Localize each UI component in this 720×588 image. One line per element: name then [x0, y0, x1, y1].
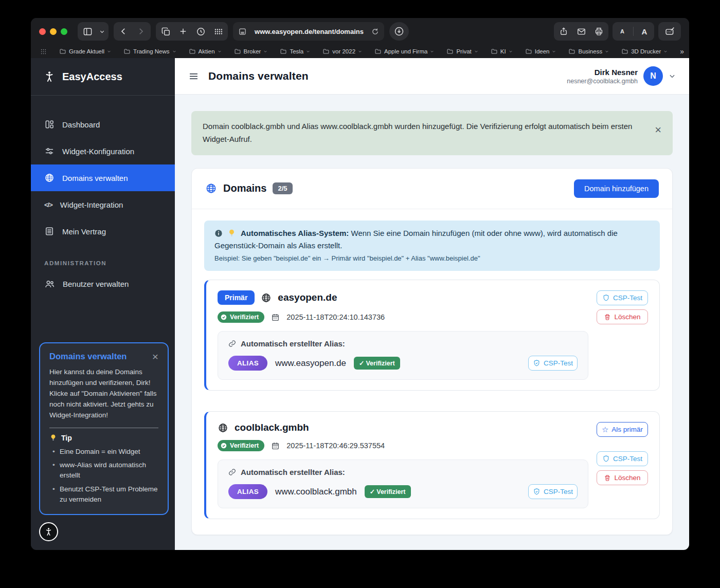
back-button[interactable] [115, 22, 132, 41]
chevron-down-icon [552, 49, 556, 53]
csp-test-button[interactable]: CSP-Test [597, 290, 648, 305]
bookmark-folder-item[interactable]: Aktien [189, 48, 222, 55]
alias-heading: Automatisch erstellter Alias: [241, 339, 345, 348]
bookmark-label: KI [500, 48, 506, 54]
coachmark-body: Hier kannst du deine Domains hinzufügen … [49, 367, 158, 421]
page-body: Domain coolblack.gmbh und Alias www.cool… [175, 95, 689, 550]
add-domain-button[interactable]: Domain hinzufügen [574, 179, 659, 198]
document-icon [44, 226, 55, 236]
browser-toolbar: www.easyopen.de/tenant/domains A [31, 18, 689, 45]
alias-csp-test-button[interactable]: CSP-Test [528, 356, 578, 371]
user-menu[interactable]: Dirk Nesner nesner@coolblack.gmbh N [567, 66, 676, 86]
text-size-decrease-button[interactable]: A [614, 22, 631, 41]
alias-info-heading: Automatisches Alias-System: [241, 229, 349, 237]
users-icon [44, 279, 55, 289]
alias-info-box: Automatisches Alias-System: Wenn Sie ein… [204, 220, 660, 271]
globe-icon [218, 422, 228, 433]
compose-tab-button[interactable] [658, 22, 681, 41]
globe-icon [205, 182, 217, 194]
sliders-icon [44, 146, 55, 156]
sidebar-item-widget-integration[interactable]: </> Widget-Integration [31, 191, 175, 218]
bookmark-folder-item[interactable]: vor 2022 [322, 48, 362, 55]
share-icon[interactable] [555, 22, 572, 41]
sidebar-item-widget-konfiguration[interactable]: Widget-Konfiguration [31, 138, 175, 164]
chevron-down-icon [663, 49, 668, 53]
sidebar-item-benutzer-verwalten[interactable]: Benutzer verwalten [31, 270, 175, 297]
minimize-window-button[interactable] [50, 28, 57, 35]
bookmark-label: Grade Aktuell [69, 48, 104, 54]
folder-icon [374, 48, 382, 55]
bookmark-folder-item[interactable]: Tesla [280, 48, 310, 55]
accessibility-widget-button[interactable] [39, 522, 58, 541]
folder-icon [322, 48, 330, 55]
domains-card: Domains 2/5 Domain hinzufügen [191, 168, 673, 536]
sidebar-item-label: Domains verwalten [62, 174, 128, 182]
verified-label: Verifiziert [230, 442, 259, 449]
bookmark-folder-item[interactable]: Apple und Firma [374, 48, 434, 55]
bookmark-folder-item[interactable]: 3D Drucker [621, 48, 668, 55]
sidebar-item-dashboard[interactable]: Dashboard [31, 111, 175, 138]
print-icon[interactable] [590, 22, 607, 41]
chevron-down-icon [358, 49, 362, 53]
sidebar-item-mein-vertrag[interactable]: Mein Vertrag [31, 218, 175, 245]
chevron-down-icon [509, 49, 513, 53]
bookmark-folder-item[interactable]: KI [491, 48, 513, 55]
calendar-icon [271, 313, 280, 322]
app-sidebar: EasyAccess Dashboard Widget-Konfiguratio… [31, 58, 175, 550]
chevron-down-icon [172, 49, 176, 53]
mail-icon[interactable] [572, 22, 590, 41]
bookmark-label: 3D Drucker [631, 48, 661, 54]
chevron-down-icon [218, 49, 222, 53]
downloads-button[interactable] [389, 22, 409, 41]
folder-icon [189, 48, 196, 55]
close-icon[interactable]: × [655, 124, 661, 136]
alias-csp-test-button[interactable]: CSP-Test [528, 484, 578, 499]
address-bar[interactable]: www.easyopen.de/tenant/domains [233, 22, 384, 41]
check-icon: ✓ [359, 359, 364, 367]
app-grid-icon[interactable] [209, 22, 227, 41]
folder-icon [568, 48, 575, 55]
folder-icon [123, 48, 131, 55]
bookmarks-grid-icon[interactable] [40, 48, 47, 55]
domain-timestamp: 2025-11-18T20:24:10.143736 [286, 313, 385, 321]
calendar-icon [271, 442, 280, 450]
reload-icon[interactable] [371, 28, 379, 35]
history-icon[interactable] [192, 22, 209, 41]
close-icon[interactable]: × [152, 351, 158, 362]
bookmark-folder-item[interactable]: Privat [446, 48, 478, 55]
sidebar-item-domains-verwalten[interactable]: Domains verwalten [31, 164, 175, 191]
bookmark-folder-item[interactable]: Grade Aktuell [59, 48, 111, 55]
bookmark-folder-item[interactable]: Ideen [525, 48, 556, 55]
tab-overview-icon[interactable] [157, 22, 174, 41]
sidebar-menu-chevron-icon[interactable] [96, 22, 107, 41]
make-primary-button[interactable]: ☆ Als primär [597, 422, 648, 437]
delete-domain-button[interactable]: Löschen [597, 470, 648, 485]
text-size-increase-button[interactable]: A [636, 22, 653, 41]
zoom-window-button[interactable] [61, 28, 67, 35]
coachmark-tip: www-Alias wird automatisch erstellt [52, 460, 158, 481]
bookmark-folder-item[interactable]: Trading News [123, 48, 176, 55]
folder-icon [621, 48, 628, 55]
domain-name: easyopen.de [278, 292, 337, 303]
lightbulb-icon [49, 434, 57, 442]
star-icon: ☆ [602, 426, 608, 433]
new-tab-button[interactable] [174, 22, 192, 41]
bookmark-folder-item[interactable]: Business [568, 48, 609, 55]
hamburger-menu-icon[interactable] [188, 71, 199, 82]
delete-domain-button[interactable]: Löschen [597, 309, 648, 324]
reader-mode-icon[interactable] [238, 27, 247, 36]
chevron-down-icon [306, 49, 310, 53]
bookmark-label: Apple und Firma [384, 48, 427, 54]
accessibility-logo-icon [43, 70, 56, 83]
chevron-down-icon[interactable] [669, 72, 676, 80]
forward-button[interactable] [132, 22, 150, 41]
close-window-button[interactable] [39, 28, 46, 35]
bookmarks-overflow-icon[interactable]: » [680, 47, 684, 56]
alias-badge: ALIAS [228, 356, 267, 371]
link-icon [228, 340, 236, 347]
bookmark-folder-item[interactable]: Broker [234, 48, 268, 55]
coachmark-title: Domains verwalten [49, 352, 127, 361]
csp-test-button[interactable]: CSP-Test [597, 451, 648, 466]
sidebar-item-label: Mein Vertrag [62, 227, 106, 236]
sidebar-toggle-button[interactable] [79, 22, 96, 41]
